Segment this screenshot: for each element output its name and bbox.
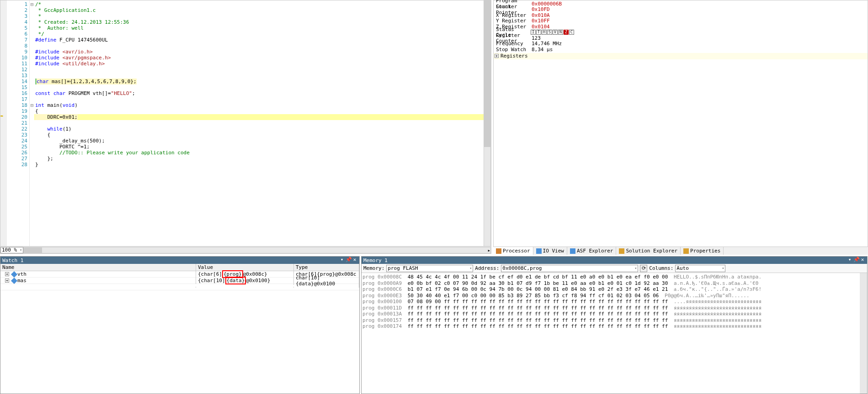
watch-col-type[interactable]: Type xyxy=(294,264,359,271)
memory-line: prog 0x000174 ff ff ff ff ff ff ff ff ff… xyxy=(362,323,866,330)
memory-panel: Memory 1 ▾ 📌 ✕ Memory: prog FLASH▾ Addre… xyxy=(361,256,868,394)
pin-icon[interactable]: 📌 xyxy=(853,257,859,263)
tab-icon xyxy=(683,248,689,254)
memory-toolbar: Memory: prog FLASH▾ Address: 0x00008C,pr… xyxy=(362,264,867,273)
debug-row: Status RegisterITHSVNZC xyxy=(494,30,867,36)
memory-line: prog 0x00011D ff ff ff ff ff ff ff ff ff… xyxy=(362,305,866,311)
breakpoint-gutter[interactable]: ➨ xyxy=(0,0,7,246)
tab-icon xyxy=(536,248,542,254)
status-flag-I[interactable]: I xyxy=(531,30,536,35)
variable-icon xyxy=(11,271,17,277)
close-icon[interactable]: ✕ xyxy=(860,257,865,263)
code-editor: ➨ 12345678910111213141516171819202122232… xyxy=(0,0,491,254)
tab-processor[interactable]: Processor xyxy=(493,247,533,255)
dropdown-icon[interactable]: ▾ xyxy=(339,257,345,263)
memory-select[interactable]: prog FLASH▾ xyxy=(386,265,473,272)
pin-icon[interactable]: 📌 xyxy=(346,257,351,263)
editor-statusbar: 100 %▾ ◂▸ xyxy=(0,246,491,253)
tab-io-view[interactable]: IO View xyxy=(533,247,567,255)
status-flag-N[interactable]: N xyxy=(558,30,563,35)
memory-line: prog 0x0000E3 50 30 40 40 e1 f7 00 c0 00… xyxy=(362,293,866,299)
tab-solution-explorer[interactable]: Solution Explorer xyxy=(616,247,681,255)
memory-dump[interactable]: prog 0x00008C 48 45 4c 4c 4f 00 11 24 1f… xyxy=(362,273,867,331)
watch-panel-title: Watch 1 ▾ 📌 ✕ xyxy=(0,257,359,264)
tab-icon xyxy=(496,248,501,254)
editor-vertical-scrollbar[interactable] xyxy=(484,0,491,246)
debug-row: Stack Pointer0x10FD xyxy=(494,7,867,13)
line-number-gutter: 1234567891011121314151617181920212223242… xyxy=(7,0,30,246)
status-flag-C[interactable]: C xyxy=(569,30,574,35)
tab-asf-explorer[interactable]: ASF Explorer xyxy=(567,247,616,255)
memory-line: prog 0x000157 ff ff ff ff ff ff ff ff ff… xyxy=(362,317,866,324)
memory-line: prog 0x000100 07 08 09 00 ff ff ff ff ff… xyxy=(362,299,866,305)
debug-row: Cycle Counter123 xyxy=(494,35,867,41)
debug-row: X Register0x010A xyxy=(494,12,867,18)
tab-properties[interactable]: Properties xyxy=(681,247,724,255)
zoom-dropdown[interactable]: 100 %▾ xyxy=(0,247,23,253)
debug-row: Frequency14,746 MHz xyxy=(494,41,867,47)
right-panel-tabs: ProcessorIO ViewASF ExplorerSolution Exp… xyxy=(493,247,868,255)
watch-row[interactable]: + mas{char[10]{data}@0x0100}char[10]{dat… xyxy=(0,278,359,284)
status-flag-T[interactable]: T xyxy=(536,30,541,35)
columns-select[interactable]: Auto▾ xyxy=(675,265,725,272)
address-input[interactable]: 0x00008C,prog▾ xyxy=(501,265,638,272)
status-flag-H[interactable]: H xyxy=(542,30,547,35)
plus-icon: + xyxy=(495,54,499,58)
memory-line: prog 0x00013A ff ff ff ff ff ff ff ff ff… xyxy=(362,311,866,317)
status-flag-Z[interactable]: Z xyxy=(564,30,569,35)
memory-line: prog 0x00008C 48 45 4c 4c 4f 00 11 24 1f… xyxy=(362,274,866,280)
dropdown-icon[interactable]: ▾ xyxy=(847,257,852,263)
memory-line: prog 0x0000C6 b1 07 e1 f7 0e 94 6b 00 0c… xyxy=(362,286,866,293)
address-label: Address: xyxy=(475,265,499,271)
plus-icon[interactable]: + xyxy=(5,278,9,283)
registers-label: Registers xyxy=(501,53,528,59)
tab-icon xyxy=(619,248,624,254)
memory-label: Memory: xyxy=(363,265,384,271)
memory-line: prog 0x0000A9 e0 0b bf 02 c0 07 90 0d 92… xyxy=(362,280,866,287)
registers-expander-row[interactable]: + Registers xyxy=(494,53,868,59)
columns-label: Columns: xyxy=(649,265,673,271)
status-flag-V[interactable]: V xyxy=(553,30,558,35)
watch-panel: Watch 1 ▾ 📌 ✕ Name Value Type + vth{char… xyxy=(0,256,360,394)
watch-header: Name Value Type xyxy=(0,264,359,271)
code-area[interactable]: /* * GccApplication1.c * * Created: 24.1… xyxy=(34,0,491,246)
variable-icon xyxy=(11,277,17,284)
debug-row: Stop Watch8,34 µs xyxy=(494,47,867,53)
debug-row: Y Register0x10FF xyxy=(494,18,867,24)
tab-icon xyxy=(570,248,575,254)
close-icon[interactable]: ✕ xyxy=(352,257,357,263)
memory-vertical-scrollbar[interactable] xyxy=(860,273,867,394)
processor-panel: Program Counter0x0000006BStack Pointer0x… xyxy=(493,0,868,254)
memory-panel-title: Memory 1 ▾ 📌 ✕ xyxy=(362,257,867,264)
debug-row: Program Counter0x0000006B xyxy=(494,1,867,7)
editor-horizontal-scrollbar[interactable]: ◂▸ xyxy=(23,247,491,253)
plus-icon[interactable]: + xyxy=(5,272,9,276)
refresh-icon[interactable]: ⟳ xyxy=(640,265,647,272)
watch-col-name[interactable]: Name xyxy=(0,264,196,271)
status-flag-S[interactable]: S xyxy=(547,30,552,35)
debug-row: Z Register0x0104 xyxy=(494,24,867,30)
fold-gutter[interactable]: ⊟⊟ xyxy=(30,0,34,246)
